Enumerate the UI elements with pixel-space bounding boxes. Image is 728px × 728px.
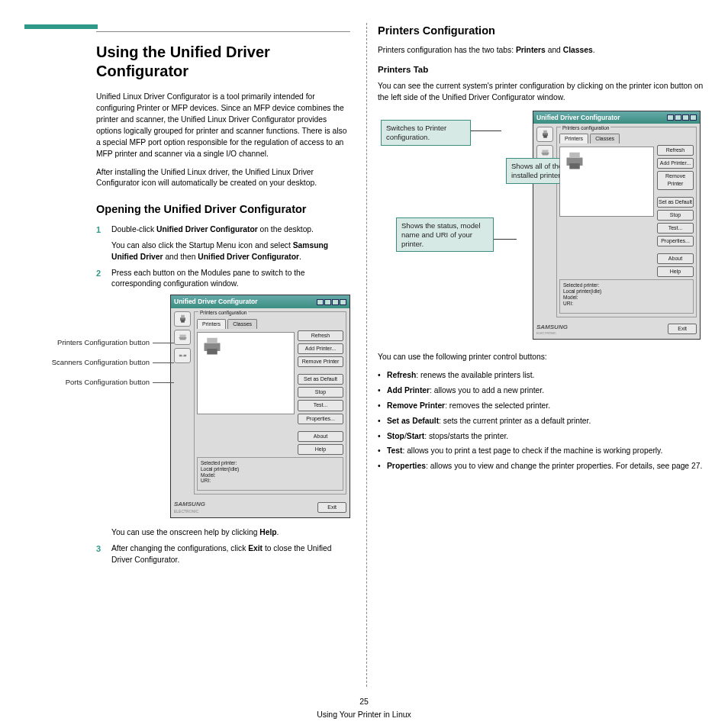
about-button[interactable]: About xyxy=(298,431,343,442)
app-window-small: Unified Driver Configurator xyxy=(533,111,701,340)
add-printer-button[interactable]: Add Printer... xyxy=(298,343,343,354)
bullet-add: Add Printer: allows you to add a new pri… xyxy=(378,385,704,397)
module-pane xyxy=(536,127,553,319)
heading-printers-tab: Printers Tab xyxy=(378,63,704,76)
tab-classes[interactable]: Classes xyxy=(590,134,620,143)
tab-printers[interactable]: Printers xyxy=(559,134,588,143)
step-3: 3 After changing the configurations, cli… xyxy=(96,543,350,566)
figure-2: Switches to Printer configuration. Shows… xyxy=(378,111,704,340)
samsung-logo: SAMSUNG xyxy=(536,323,568,332)
set-default-button[interactable]: Set as Default xyxy=(298,374,343,385)
selected-printer-box: Selected printer: Local printer(idle) Mo… xyxy=(559,279,694,313)
printer-icon xyxy=(201,336,224,357)
printer-list[interactable] xyxy=(559,147,654,217)
app-title-text: Unified Driver Configurator xyxy=(174,297,258,306)
bullet-remove: Remove Printer: removes the selected pri… xyxy=(378,401,704,412)
app-titlebar: Unified Driver Configurator xyxy=(171,295,350,308)
refresh-button[interactable]: Refresh xyxy=(298,330,343,341)
intro-paragraph-2: After installing the Unified Linux drive… xyxy=(96,167,350,190)
figure-1-labels: Printers Configuration button Scanners C… xyxy=(24,333,177,392)
stop-button[interactable]: Stop xyxy=(298,387,343,398)
fieldset-label: Printers configuration xyxy=(561,125,610,130)
step-2-after: You can use the onscreen help by clickin… xyxy=(96,527,350,539)
app-title-text: Unified Driver Configurator xyxy=(536,113,620,122)
exit-button[interactable]: Exit xyxy=(317,502,346,513)
window-controls xyxy=(317,299,346,305)
step-1: 1 Double-click Unified Driver Configurat… xyxy=(96,224,350,263)
printers-tab-intro: You can see the current system's printer… xyxy=(378,81,704,104)
printers-config-icon[interactable] xyxy=(536,127,553,142)
app-titlebar: Unified Driver Configurator xyxy=(533,111,700,124)
heading-main: Using the Unified Driver Configurator xyxy=(96,43,350,81)
selected-printer-box: Selected printer: Local printer(idle) Mo… xyxy=(197,457,343,491)
printers-config-icon[interactable] xyxy=(174,311,191,327)
help-button[interactable]: Help xyxy=(298,444,343,455)
step3-text: After changing the configurations, click… xyxy=(111,544,331,564)
bullet-test: Test: allows you to print a test page to… xyxy=(378,446,704,457)
help-button[interactable]: Help xyxy=(657,266,694,277)
heading-printers-config: Printers Configuration xyxy=(378,24,704,37)
footer-section: Using Your Printer in Linux xyxy=(0,709,728,720)
test-button[interactable]: Test... xyxy=(657,223,694,234)
printer-icon xyxy=(563,150,586,172)
bullet-properties: Properties: allows you to view and chang… xyxy=(378,461,704,472)
tab-classes[interactable]: Classes xyxy=(227,319,257,329)
remove-printer-button[interactable]: Remove Printer xyxy=(298,356,343,367)
control-buttons-list: Refresh: renews the available printers l… xyxy=(378,370,704,472)
about-button[interactable]: About xyxy=(657,253,694,264)
accent-bar xyxy=(24,24,98,29)
fieldset-label: Printers configuration xyxy=(198,310,248,315)
refresh-button[interactable]: Refresh xyxy=(657,145,694,156)
step1-subtext: You can also click the Startup Menu icon… xyxy=(111,240,350,263)
test-button[interactable]: Test... xyxy=(298,400,343,411)
printer-list[interactable] xyxy=(197,332,295,414)
horizontal-rule xyxy=(96,31,350,32)
bullet-default: Set as Default: sets the current printer… xyxy=(378,416,704,427)
bullet-refresh: Refresh: renews the available printers l… xyxy=(378,370,704,382)
stop-button[interactable]: Stop xyxy=(657,210,694,221)
tab-printers[interactable]: Printers xyxy=(197,319,226,329)
intro-paragraph-1: Unified Linux Driver Configurator is a t… xyxy=(96,92,350,160)
column-divider xyxy=(366,23,367,687)
step1-text: Double-click Unified Driver Configurator… xyxy=(111,225,314,234)
exit-button[interactable]: Exit xyxy=(668,324,697,334)
step-number: 1 xyxy=(96,224,101,237)
page-number: 25 xyxy=(0,696,728,707)
properties-button[interactable]: Properties... xyxy=(657,236,694,246)
step-number: 3 xyxy=(96,543,101,556)
onscreen-help-text: You can use the onscreen help by clickin… xyxy=(111,528,279,536)
callout-switch: Switches to Printer configuration. xyxy=(381,120,471,146)
callout-status: Shows the status, model name and URI of … xyxy=(396,217,494,253)
add-printer-button[interactable]: Add Printer... xyxy=(657,158,694,169)
window-controls xyxy=(667,114,697,121)
step-number: 2 xyxy=(96,268,101,280)
set-default-button[interactable]: Set as Default xyxy=(657,197,694,208)
step2-text: Press each button on the Modules pane to… xyxy=(111,269,305,288)
bullet-stop: Stop/Start: stops/starts the printer. xyxy=(378,431,704,443)
step-2: 2 Press each button on the Modules pane … xyxy=(96,268,350,291)
control-buttons-intro: You can use the following printer contro… xyxy=(378,352,704,363)
printers-config-intro: Printers configuration has the two tabs:… xyxy=(378,45,704,56)
remove-printer-button[interactable]: Remove Printer xyxy=(657,171,694,189)
figure-1: Printers Configuration button Scanners C… xyxy=(24,295,350,518)
samsung-logo: SAMSUNG xyxy=(174,500,205,509)
subheading-opening: Opening the Unified Driver Configurator xyxy=(96,203,350,216)
app-window: Unified Driver Configurator xyxy=(170,295,350,518)
properties-button[interactable]: Properties... xyxy=(298,414,343,424)
page-footer: 25 Using Your Printer in Linux xyxy=(0,696,728,720)
